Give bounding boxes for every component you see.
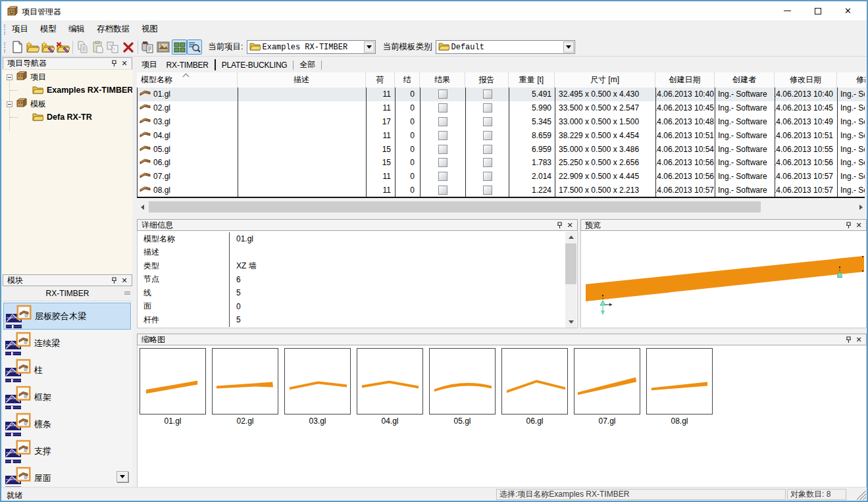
dropdown-arrow-icon[interactable] (364, 41, 374, 53)
report-checkbox[interactable] (483, 158, 492, 167)
thumbnail-item[interactable]: 08.gl (646, 348, 713, 430)
thumbnail-item[interactable]: 03.gl (284, 348, 351, 430)
column-header-5[interactable]: 报告 (465, 72, 509, 88)
column-header-1[interactable]: 描述 (238, 72, 366, 88)
tree-node-projects[interactable]: 项目 (7, 70, 46, 84)
resize-grip[interactable] (857, 491, 866, 500)
close-button[interactable]: ✕ (833, 1, 863, 20)
report-checkbox[interactable] (483, 131, 492, 140)
dropdown-arrow-icon[interactable] (563, 41, 574, 53)
close-panel-icon[interactable]: ✕ (565, 220, 575, 230)
new-project-button[interactable] (25, 39, 40, 55)
column-header-8[interactable]: 创建日期 (655, 72, 715, 88)
pin-icon[interactable] (843, 220, 854, 230)
close-panel-icon[interactable]: ✕ (854, 335, 864, 344)
table-row[interactable]: 05.gl 15 0 6.959 35.000 x 0.500 x 3.486 … (138, 142, 865, 156)
column-header-7[interactable]: 尺寸 [m] (555, 72, 655, 88)
results-checkbox[interactable] (438, 103, 447, 113)
table-row[interactable]: 08.gl 11 0 1.224 17.500 x 0.500 x 2.213 … (138, 184, 865, 197)
duplicate-button[interactable] (105, 39, 120, 55)
results-checkbox[interactable] (438, 131, 447, 140)
delete-button[interactable] (120, 39, 136, 55)
thumbnail-item[interactable]: 04.gl (357, 348, 423, 430)
menu-4[interactable]: 视图 (136, 22, 164, 36)
report-checkbox[interactable] (483, 103, 492, 113)
collapse-icon[interactable] (7, 101, 13, 107)
column-header-3[interactable]: 结 (395, 72, 420, 88)
menu-3[interactable]: 存档数据 (91, 22, 136, 36)
column-header-9[interactable]: 创建者 (715, 72, 775, 88)
results-checkbox[interactable] (438, 117, 447, 126)
edit-project-button[interactable] (40, 39, 55, 55)
results-checkbox[interactable] (438, 89, 447, 99)
paste-button[interactable] (90, 39, 105, 55)
column-header-10[interactable]: 修改日期 (775, 72, 837, 88)
column-header-0[interactable]: 模型名称 (137, 72, 238, 88)
module-item-0[interactable]: 层板胶合木梁 (3, 303, 131, 330)
modules-group-header[interactable]: RX-TIMBER (3, 286, 132, 301)
copy-button[interactable] (75, 39, 90, 55)
close-panel-icon[interactable]: ✕ (119, 59, 130, 68)
close-panel-icon[interactable]: ✕ (119, 276, 130, 285)
thumbnail-item[interactable]: 02.gl (212, 348, 278, 430)
thumbnail-item[interactable]: 07.gl (574, 348, 640, 430)
delete-project-button[interactable] (55, 39, 70, 55)
scroll-up-arrow[interactable] (565, 232, 576, 243)
current-project-combobox[interactable]: Examples RX-TIMBER (247, 40, 376, 54)
table-horizontal-scrollbar[interactable] (137, 201, 867, 213)
pin-icon[interactable] (109, 59, 119, 68)
module-item-1[interactable]: 连续梁 (3, 330, 131, 357)
minimize-button[interactable] (773, 1, 802, 20)
table-row[interactable]: 01.gl 11 0 5.491 32.495 x 0.500 x 4.430 … (138, 88, 865, 101)
menu-0[interactable]: 项目 (6, 22, 34, 36)
details-vertical-scrollbar[interactable] (565, 232, 576, 328)
tab-rx-timber[interactable]: RX-TIMBER (162, 61, 213, 70)
table-row[interactable]: 02.gl 11 0 5.990 33.500 x 0.500 x 2.547 … (138, 101, 865, 115)
table-row[interactable]: 03.gl 17 0 5.345 33.000 x 0.500 x 1.500 … (138, 115, 865, 129)
menu-1[interactable]: 模型 (34, 22, 63, 36)
tree-node-default[interactable]: Defa RX-TR (32, 111, 92, 124)
maximize-button[interactable] (803, 1, 832, 20)
close-panel-icon[interactable]: ✕ (854, 220, 864, 230)
view-thumbnails-toggle[interactable] (172, 39, 187, 55)
column-header-4[interactable]: 结果 (420, 72, 465, 88)
tab-plate-buckling[interactable]: PLATE-BUCKLING (217, 61, 292, 70)
report-checkbox[interactable] (483, 89, 492, 99)
collapse-icon[interactable] (7, 74, 13, 80)
module-item-6[interactable]: 屋面 (3, 464, 131, 488)
scroll-left-arrow[interactable] (137, 201, 148, 213)
report-checkbox[interactable] (483, 145, 492, 154)
module-item-4[interactable]: 檩条 (3, 411, 131, 438)
column-header-2[interactable]: 荷 (366, 72, 395, 88)
table-row[interactable]: 06.gl 15 0 1.783 25.250 x 0.500 x 2.656 … (138, 156, 865, 170)
tree-node-templates[interactable]: 模板 (7, 97, 46, 111)
scroll-down-button[interactable] (116, 471, 128, 482)
scroll-right-arrow[interactable] (855, 201, 867, 213)
pin-icon[interactable] (843, 335, 854, 344)
report-checkbox[interactable] (483, 172, 492, 181)
module-item-3[interactable]: 框架 (3, 384, 131, 411)
table-row[interactable]: 04.gl 11 0 8.659 38.229 x 0.500 x 4.454 … (138, 128, 865, 142)
view-details-toggle[interactable] (187, 39, 202, 55)
report-checkbox[interactable] (483, 186, 492, 195)
results-checkbox[interactable] (438, 186, 447, 195)
tab-projects[interactable]: 项目 (137, 59, 162, 70)
pin-icon[interactable] (554, 220, 565, 230)
column-header-6[interactable]: 重量 [t] (509, 72, 555, 88)
archive-button[interactable] (140, 39, 155, 55)
scroll-down-arrow[interactable] (565, 316, 576, 328)
thumbnail-item[interactable]: 06.gl (501, 348, 568, 430)
module-item-2[interactable]: 柱 (3, 357, 131, 384)
results-checkbox[interactable] (438, 172, 447, 181)
preview-image-button[interactable] (155, 39, 170, 55)
results-checkbox[interactable] (438, 158, 447, 167)
pin-icon[interactable] (109, 276, 119, 285)
results-checkbox[interactable] (438, 145, 447, 154)
table-row[interactable]: 07.gl 11 0 2.014 22.909 x 0.500 x 4.445 … (138, 170, 865, 184)
thumbnail-item[interactable]: 01.gl (140, 348, 206, 430)
menu-2[interactable]: 编辑 (63, 22, 91, 36)
template-category-combobox[interactable]: Default (436, 40, 575, 54)
module-item-5[interactable]: 支撑 (3, 438, 131, 464)
column-header-11[interactable]: 修改者 (837, 72, 865, 88)
tab-all[interactable]: 全部 (295, 59, 320, 70)
